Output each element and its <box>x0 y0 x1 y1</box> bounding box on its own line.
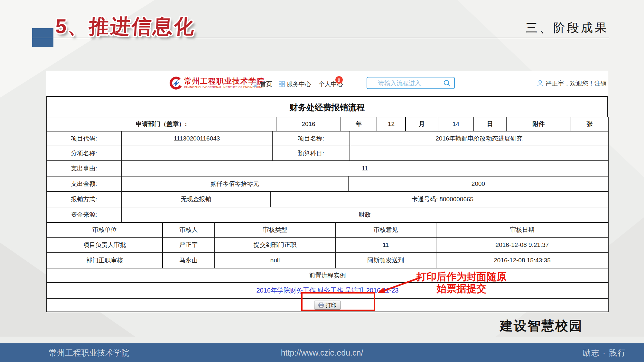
amount-label: 支出金额: <box>47 176 121 192</box>
month-value: 12 <box>377 117 406 131</box>
expense-reason-table: 支出事由: 11 <box>46 160 609 176</box>
table-row: 项目代码: 11130200116043 项目名称: 2016年输配电价改动态进… <box>47 131 608 146</box>
source-table: 资金来源: 财政 <box>46 207 609 223</box>
audit-header-person: 审核人 <box>163 222 215 237</box>
footer-url: http://www.czie.edu.cn/ <box>0 343 644 362</box>
grid-icon <box>279 81 285 89</box>
app-header: 常州工程职业技术学院 CHANGZHOU VOCATIONAL INSTITUT… <box>46 71 608 96</box>
method-value: 无现金报销 <box>121 192 271 207</box>
home-icon <box>252 81 258 89</box>
slide: 5、推进信息化 三、阶段成果 常州工程职业技术学院 CHANGZHOU VOCA… <box>0 0 644 362</box>
table-row: 支出事由: 11 <box>47 161 608 176</box>
project-name-label: 项目名称: <box>272 131 350 146</box>
table-row: 报销方式: 无现金报销 一卡通号码: 8000000665 <box>47 192 608 207</box>
table-row: 支出金额: 贰仟零佰零拾零元 2000 <box>47 176 608 192</box>
budget-value <box>350 146 608 161</box>
project-code-label: 项目代码: <box>47 131 121 146</box>
project-name-value: 2016年输配电价改动态进展研究 <box>350 131 608 146</box>
nav-item-home[interactable]: 首页 <box>252 80 272 89</box>
audit-header-unit: 审核单位 <box>47 222 163 237</box>
audit-cell: 马永山 <box>163 253 215 268</box>
source-label: 资金来源: <box>47 207 121 222</box>
nav-item-service-center[interactable]: 服务中心 <box>279 80 311 89</box>
section-label: 三、阶段成果 <box>526 20 609 36</box>
year-unit: 年 <box>341 117 377 131</box>
subitem-value <box>121 146 272 161</box>
reason-label: 支出事由: <box>47 161 121 176</box>
school-logo-icon <box>169 76 182 91</box>
search-icon[interactable] <box>443 79 451 88</box>
audit-cell: 严正宇 <box>163 237 215 253</box>
table-row: 前置流程实例 <box>47 268 608 283</box>
audit-cell: 提交到部门正职 <box>215 237 335 253</box>
audit-header-opinion: 审核意见 <box>335 222 436 237</box>
amount-number: 2000 <box>348 176 608 192</box>
user-welcome[interactable]: 严正宇，欢迎您！注销 <box>537 79 607 88</box>
form-title: 财务处经费报销流程 <box>46 96 608 117</box>
month-unit: 月 <box>406 117 438 131</box>
audit-cell: 部门正职审核 <box>47 253 163 268</box>
audit-cell: null <box>215 253 335 268</box>
audit-header-row: 审核单位 审核人 审核类型 审核意见 审核日期 <box>47 222 608 237</box>
nav-service-label: 服务中心 <box>287 81 311 87</box>
annotation-arrow <box>354 274 428 300</box>
slide-title: 5、推进信息化 <box>55 13 196 40</box>
nav-home-label: 首页 <box>260 81 272 87</box>
search-input[interactable] <box>378 78 440 88</box>
attachment-unit: 张 <box>571 117 608 131</box>
audit-row: 部门正职审核 马永山 null 阿斯顿发送到 2016-12-08 15:43:… <box>47 253 608 268</box>
project-code-value: 11130200116043 <box>121 131 272 146</box>
table-row: 分项名称: 预算科目: <box>47 146 608 161</box>
audit-cell: 11 <box>335 237 436 253</box>
audit-header-date: 审核日期 <box>436 222 608 237</box>
amount-words: 贰仟零佰零拾零元 <box>121 176 348 192</box>
user-welcome-text: 严正宇，欢迎您！注销 <box>546 80 607 87</box>
subitem-label: 分项名称: <box>47 146 121 161</box>
card-number: 一卡通号码: 8000000665 <box>271 192 608 207</box>
amount-table: 支出金额: 贰仟零佰零拾零元 2000 <box>46 176 609 192</box>
year-value: 2016 <box>276 117 341 131</box>
apply-dept-label: 申请部门（盖章）: <box>47 117 276 131</box>
apply-date-table: 申请部门（盖章）: 2016 年 12 月 14 日 附件 张 <box>46 117 609 131</box>
reimbursement-form: 财务处经费报销流程 申请部门（盖章）: 2016 年 12 月 14 日 附件 … <box>46 96 608 312</box>
reason-value: 11 <box>121 161 608 176</box>
footer-motto: 励志 · 践行 <box>583 343 626 362</box>
source-value: 财政 <box>121 207 608 222</box>
audit-row: 项目负责人审批 严正宇 提交到部门正职 11 2016-12-08 9:21:3… <box>47 237 608 253</box>
day-unit: 日 <box>474 117 506 131</box>
budget-label: 预算科目: <box>272 146 350 161</box>
attachment-label: 附件 <box>506 117 571 131</box>
pre-process-label: 前置流程实例 <box>47 268 608 283</box>
audit-cell: 阿斯顿发送到 <box>335 253 436 268</box>
method-table: 报销方式: 无现金报销 一卡通号码: 8000000665 <box>46 191 609 207</box>
user-icon <box>537 80 544 88</box>
method-label: 报销方式: <box>47 192 121 207</box>
project-info-table: 项目代码: 11130200116043 项目名称: 2016年输配电价改动态进… <box>46 131 609 161</box>
audit-cell: 2016-12-08 15:43:35 <box>436 253 608 268</box>
table-row: 资金来源: 财政 <box>47 207 608 222</box>
audit-cell: 2016-12-08 9:21:37 <box>436 237 608 253</box>
flow-search-box <box>367 77 455 89</box>
table-row: 申请部门（盖章）: 2016 年 12 月 14 日 附件 张 <box>47 117 608 131</box>
day-value: 14 <box>438 117 474 131</box>
audit-table: 审核单位 审核人 审核类型 审核意见 审核日期 项目负责人审批 严正宇 提交到部… <box>46 222 609 268</box>
notification-badge[interactable]: 9 <box>335 76 343 84</box>
slide-footer: 常州工程职业技术学院 http://www.czie.edu.cn/ 励志 · … <box>0 343 644 362</box>
app-screenshot-panel: 常州工程职业技术学院 CHANGZHOU VOCATIONAL INSTITUT… <box>46 71 608 311</box>
audit-header-type: 审核类型 <box>215 222 335 237</box>
audit-cell: 项目负责人审批 <box>47 237 163 253</box>
bottom-caption: 建设智慧校园 <box>500 317 583 335</box>
